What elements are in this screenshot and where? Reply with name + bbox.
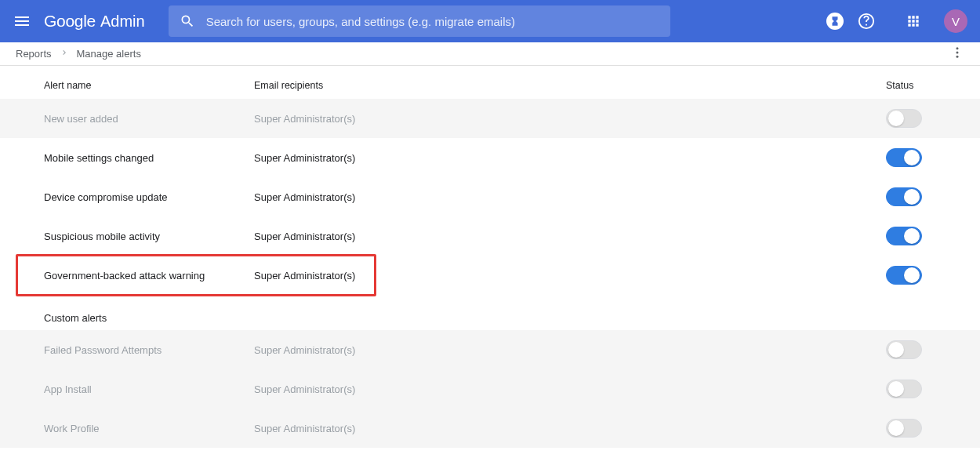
alert-name: New user added — [44, 113, 254, 125]
alert-recipients: Super Administrator(s) — [254, 270, 886, 282]
alert-recipients: Super Administrator(s) — [254, 231, 886, 242]
app-header: Google Admin V — [0, 0, 980, 42]
alert-status-cell — [886, 419, 980, 438]
toggle-knob — [904, 228, 920, 244]
alert-row[interactable]: Failed Password AttemptsSuper Administra… — [0, 330, 980, 369]
alert-name: Mobile settings changed — [44, 152, 254, 164]
alert-recipients: Super Administrator(s) — [254, 344, 886, 356]
alert-row[interactable]: Work ProfileSuper Administrator(s) — [0, 409, 980, 448]
breadcrumb: Reports Manage alerts — [16, 48, 141, 60]
account-avatar[interactable]: V — [944, 9, 967, 33]
custom-alerts-title: Custom alerts — [0, 295, 980, 330]
col-recipients: Email recipients — [254, 80, 886, 91]
toggle-knob — [888, 111, 904, 126]
status-toggle[interactable] — [886, 109, 922, 128]
custom-alerts-section: Failed Password AttemptsSuper Administra… — [0, 330, 980, 448]
status-toggle[interactable] — [886, 340, 922, 359]
svg-point-1 — [956, 47, 959, 49]
header-actions: V — [826, 9, 967, 33]
alert-recipients: Super Administrator(s) — [254, 191, 886, 203]
system-alerts-section: New user addedSuper Administrator(s)Mobi… — [0, 99, 980, 295]
apps-grid-icon[interactable] — [905, 13, 922, 30]
toggle-knob — [904, 267, 920, 283]
alert-row[interactable]: Device compromise updateSuper Administra… — [0, 177, 980, 216]
alert-recipients: Super Administrator(s) — [254, 152, 886, 164]
breadcrumb-bar: Reports Manage alerts — [0, 42, 980, 66]
alert-status-cell — [886, 340, 980, 359]
status-toggle[interactable] — [886, 266, 922, 285]
alert-row[interactable]: Government-backed attack warningSuper Ad… — [0, 256, 980, 295]
alert-recipients: Super Administrator(s) — [254, 383, 886, 395]
alert-row[interactable]: App InstallSuper Administrator(s) — [0, 369, 980, 409]
alert-name: Suspicious mobile activity — [44, 231, 254, 242]
alert-row[interactable]: New user addedSuper Administrator(s) — [0, 99, 980, 138]
alert-name: Work Profile — [44, 423, 254, 434]
toggle-knob — [904, 189, 920, 205]
chevron-right-icon — [60, 48, 69, 60]
logo-google-text: Google — [44, 12, 96, 31]
breadcrumb-root[interactable]: Reports — [16, 48, 52, 60]
alert-status-cell — [886, 227, 980, 245]
toggle-knob — [904, 150, 920, 165]
toggle-knob — [888, 420, 904, 436]
col-alert-name: Alert name — [44, 80, 254, 91]
alert-name: Government-backed attack warning — [44, 270, 254, 282]
hamburger-menu-icon[interactable] — [13, 12, 31, 31]
status-toggle[interactable] — [886, 380, 922, 398]
svg-point-3 — [956, 56, 959, 58]
help-icon[interactable] — [858, 13, 875, 30]
breadcrumb-current: Manage alerts — [77, 48, 141, 60]
status-toggle[interactable] — [886, 148, 922, 167]
alert-status-cell — [886, 187, 980, 206]
alert-recipients: Super Administrator(s) — [254, 113, 886, 125]
status-toggle[interactable] — [886, 419, 922, 438]
alert-name: Device compromise update — [44, 191, 254, 203]
col-status: Status — [886, 80, 980, 91]
alert-status-cell — [886, 148, 980, 167]
status-toggle[interactable] — [886, 187, 922, 206]
alert-status-cell — [886, 109, 980, 128]
alert-name: App Install — [44, 383, 254, 395]
alert-row[interactable]: Suspicious mobile activitySuper Administ… — [0, 216, 980, 256]
alert-status-cell — [886, 380, 980, 398]
google-admin-logo[interactable]: Google Admin — [44, 12, 145, 31]
alert-status-cell — [886, 266, 980, 285]
table-header: Alert name Email recipients Status — [0, 66, 980, 99]
svg-point-2 — [956, 52, 959, 54]
alerts-table: Alert name Email recipients Status New u… — [0, 66, 980, 448]
toggle-knob — [888, 381, 904, 397]
search-container — [169, 5, 670, 37]
search-input[interactable] — [169, 5, 670, 37]
alert-row[interactable]: Mobile settings changedSuper Administrat… — [0, 138, 980, 177]
logo-admin-text: Admin — [100, 13, 145, 31]
alert-name: Failed Password Attempts — [44, 344, 254, 356]
alert-recipients: Super Administrator(s) — [254, 423, 886, 434]
more-vert-icon[interactable] — [950, 45, 964, 62]
toggle-knob — [888, 342, 904, 358]
avatar-initial: V — [952, 15, 960, 28]
hourglass-icon[interactable] — [826, 13, 844, 30]
search-icon — [180, 13, 195, 29]
status-toggle[interactable] — [886, 227, 922, 245]
